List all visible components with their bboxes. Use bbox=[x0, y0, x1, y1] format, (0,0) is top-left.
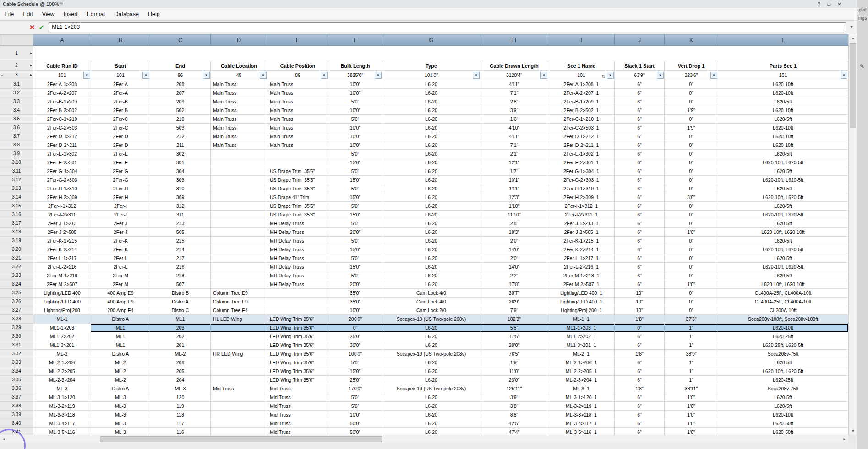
cell[interactable]: 47'4" bbox=[480, 428, 548, 435]
cell[interactable]: 1'0" bbox=[665, 411, 718, 419]
cell[interactable]: 201 bbox=[150, 341, 211, 350]
cell[interactable]: MH Delay Truss bbox=[267, 254, 328, 263]
cell[interactable]: 205 bbox=[150, 367, 211, 376]
cell[interactable]: CL400A-25ft, CL400A-10ft bbox=[718, 289, 848, 298]
cell[interactable]: 6" bbox=[615, 341, 665, 350]
cell[interactable]: ML1-3>201 bbox=[33, 341, 91, 350]
cell[interactable]: 214 bbox=[150, 245, 211, 254]
cell[interactable]: 15'0" bbox=[328, 176, 382, 184]
row-number[interactable]: 3.14 bbox=[0, 193, 33, 202]
menu-database[interactable]: Database bbox=[109, 8, 143, 21]
cell[interactable]: L620-10ft bbox=[718, 411, 848, 419]
horizontal-scrollbar-thumb[interactable] bbox=[100, 436, 382, 442]
cell[interactable]: L620-5ft bbox=[718, 254, 848, 263]
cell[interactable]: ML-3 bbox=[150, 384, 211, 393]
cell[interactable]: 1'0" bbox=[665, 280, 718, 289]
cell[interactable]: 6" bbox=[615, 245, 665, 254]
cell[interactable]: 2'0" bbox=[480, 237, 548, 245]
cell[interactable]: ML-3-4>117 bbox=[33, 419, 91, 428]
cell[interactable]: 3'0" bbox=[665, 193, 718, 202]
cell[interactable]: L620-5ft bbox=[718, 219, 848, 228]
cell[interactable]: L6-20 bbox=[382, 271, 480, 280]
field-header-L[interactable]: Parts Sec 1 bbox=[718, 61, 848, 71]
cell[interactable] bbox=[211, 341, 267, 350]
cell[interactable]: 182'3" bbox=[480, 315, 548, 324]
cell[interactable]: L620-5ft bbox=[718, 358, 848, 367]
cell[interactable]: 1'6" bbox=[480, 115, 548, 124]
filter-cell-B[interactable]: 101▼ bbox=[91, 71, 150, 80]
cell[interactable]: 35'0" bbox=[328, 289, 382, 298]
cell[interactable]: 2Fer-G-2>303 bbox=[33, 176, 91, 184]
cell[interactable]: Main Truss bbox=[211, 141, 267, 150]
column-header-H[interactable]: H bbox=[480, 34, 548, 46]
cell[interactable]: 1" bbox=[665, 332, 718, 341]
cell[interactable]: 1'8" bbox=[615, 315, 665, 324]
cell[interactable]: 2Fer-D-1>212 bbox=[33, 132, 91, 141]
cell[interactable]: 1'8" bbox=[615, 350, 665, 358]
cell[interactable]: 6" bbox=[615, 411, 665, 419]
cell[interactable]: 2Fer-J-1>213 1 bbox=[548, 219, 615, 228]
cell[interactable]: 2Fer-K bbox=[91, 237, 150, 245]
row-number[interactable]: 3.36 bbox=[0, 384, 33, 393]
cell[interactable]: ML1-2>202 1 bbox=[548, 332, 615, 341]
cell[interactable]: 0" bbox=[665, 202, 718, 211]
cell[interactable]: 50'0" bbox=[328, 428, 382, 435]
cell[interactable]: Main Truss bbox=[267, 141, 328, 150]
cell[interactable]: ML-2 bbox=[150, 350, 211, 358]
cell[interactable]: L6-20 bbox=[382, 202, 480, 211]
cell[interactable]: 2Fer-C-1>210 bbox=[33, 115, 91, 124]
cell[interactable]: L6-20 bbox=[382, 254, 480, 263]
vertical-scrollbar-thumb[interactable] bbox=[850, 43, 856, 128]
cell[interactable]: LED Wing Trim 35'6" bbox=[267, 358, 328, 367]
cell[interactable]: 6" bbox=[615, 167, 665, 176]
row-number[interactable]: 3.3 bbox=[0, 97, 33, 106]
cell[interactable]: 6" bbox=[615, 124, 665, 132]
cell[interactable]: 1'0" bbox=[665, 428, 718, 435]
cell[interactable]: 2'8" bbox=[480, 97, 548, 106]
cell[interactable]: 2Fer-C-1>210 1 bbox=[548, 115, 615, 124]
cell[interactable]: ML-3-1>120 1 bbox=[548, 393, 615, 402]
cell[interactable] bbox=[211, 167, 267, 176]
cell[interactable]: 10'0" bbox=[328, 132, 382, 141]
cell[interactable]: 0" bbox=[665, 97, 718, 106]
cell[interactable]: 0" bbox=[665, 158, 718, 167]
row-number[interactable]: 2▸ bbox=[0, 61, 33, 71]
cell[interactable]: 6" bbox=[615, 211, 665, 219]
cell[interactable]: ML-2-1>206 bbox=[33, 358, 91, 367]
cell[interactable]: 0" bbox=[665, 115, 718, 124]
cell[interactable]: 6" bbox=[615, 97, 665, 106]
cell[interactable]: Soca208v-75ft bbox=[718, 350, 848, 358]
cell[interactable]: L620-5ft bbox=[718, 150, 848, 158]
cell[interactable]: 0" bbox=[665, 289, 718, 298]
row-number[interactable]: 1▸ bbox=[0, 46, 33, 61]
cell[interactable]: 2Fer-C-2>503 1 bbox=[548, 124, 615, 132]
filter-dropdown-button-D[interactable]: ▼ bbox=[260, 72, 267, 79]
cell[interactable]: ML-2 bbox=[91, 367, 150, 376]
cell[interactable]: L620-10ft, L620-5ft bbox=[718, 193, 848, 202]
cell[interactable]: 2Fer-A-1>208 1 bbox=[548, 80, 615, 89]
row-number[interactable]: 3.11 bbox=[0, 167, 33, 176]
cell[interactable]: 2Fer-D bbox=[91, 132, 150, 141]
cell[interactable]: 6" bbox=[615, 419, 665, 428]
cell[interactable]: 5'0" bbox=[328, 202, 382, 211]
column-header-J[interactable]: J bbox=[615, 34, 665, 46]
cell[interactable]: L620-10ft, L620-5ft bbox=[718, 176, 848, 184]
cell[interactable]: 10" bbox=[615, 289, 665, 298]
cell[interactable]: 7'1" bbox=[480, 89, 548, 97]
filter-dropdown-button-J[interactable]: ▼ bbox=[657, 72, 664, 79]
row-number[interactable]: 3.34 bbox=[0, 367, 33, 376]
cell[interactable]: Mid Truss bbox=[267, 393, 328, 402]
active-edit-cell[interactable]: ML1-1>203 bbox=[33, 324, 91, 332]
cell[interactable]: ML-3 bbox=[33, 384, 91, 393]
cell[interactable]: 2Fer-J-1>213 bbox=[33, 219, 91, 228]
scroll-up-icon[interactable]: ▲ bbox=[849, 34, 857, 42]
cell[interactable]: 6" bbox=[615, 228, 665, 237]
cell[interactable]: LED Wing Trim 35'6" bbox=[267, 341, 328, 350]
cell[interactable]: 10'0" bbox=[328, 80, 382, 89]
cell[interactable]: ML-3-2>119 1 bbox=[548, 402, 615, 411]
cell[interactable]: 2Fer-J-2>505 bbox=[33, 228, 91, 237]
filter-cell-K[interactable]: 323'6"▼ bbox=[665, 71, 718, 80]
cell[interactable]: Column Tree E9 bbox=[211, 298, 267, 306]
cell[interactable]: 206 bbox=[150, 358, 211, 367]
cell[interactable]: 2Fer-I bbox=[91, 211, 150, 219]
